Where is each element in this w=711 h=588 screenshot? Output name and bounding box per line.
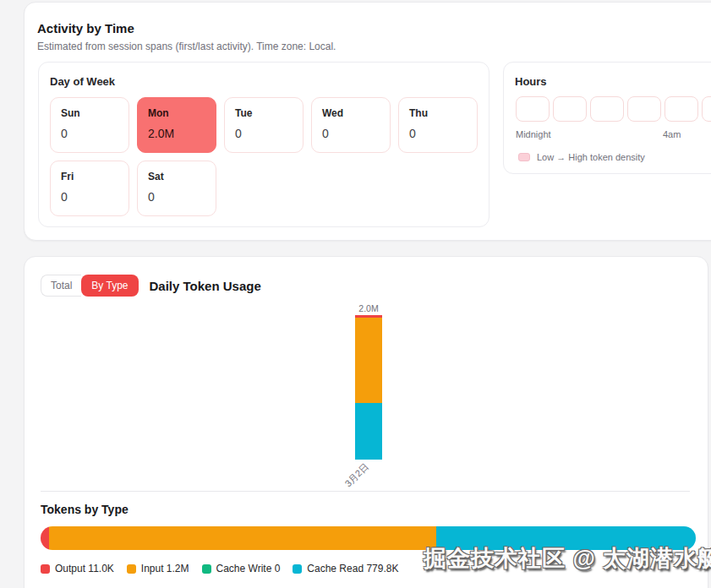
hour-cell [516,96,550,122]
day-label: Wed [322,107,380,119]
legend-label: Input 1.2M [141,563,189,574]
daily-token-usage-panel: Total By Type Daily Token Usage 2.0M 3月2… [24,256,708,588]
density-swatch [518,153,530,161]
hours-tick-4am: 4am [663,129,681,139]
day-label: Fri [61,171,118,182]
day-label: Sun [61,107,118,119]
day-of-week-card: Day of Week Sun 0 Mon 2.0M Tue 0 Wed 0 T… [38,62,489,227]
hours-tick-midnight: Midnight [516,129,551,139]
legend-item-cache-write: Cache Write 0 [202,563,281,574]
hour-cell [590,96,624,122]
stacked-bar-horizontal [41,526,696,550]
day-of-week-grid: Sun 0 Mon 2.0M Tue 0 Wed 0 Thu 0 Fri 0 [50,97,483,216]
day-cell-sun: Sun 0 [50,97,129,153]
hour-cell [702,96,711,122]
activity-by-time-panel: Activity by Time Estimated from session … [24,2,711,241]
tokens-by-type-title: Tokens by Type [41,503,129,516]
day-value: 0 [409,127,467,140]
legend-swatch-input [127,564,136,574]
x-axis-date-label: 3月2日 [342,460,372,490]
toggle-total-button[interactable]: Total [41,275,81,297]
bar-total-label: 2.0M [345,303,392,313]
stacked-bar-vertical [355,315,382,460]
density-legend: Low → High token density [518,152,645,162]
hours-title: Hours [515,75,547,88]
legend-item-output: Output 11.0K [41,563,114,574]
legend-swatch-cache-write [202,564,211,574]
day-value: 0 [148,190,205,204]
daily-token-usage-title: Daily Token Usage [150,279,261,293]
legend-item-cache-read: Cache Read 779.8K [293,563,398,574]
day-label: Mon [148,107,205,119]
legend-swatch-cache-read [293,564,302,574]
legend-swatch-output [41,564,50,574]
hour-cell [627,96,661,122]
bar-segment-input [49,526,436,550]
day-label: Sat [148,171,205,182]
day-value: 0 [61,190,118,204]
density-legend-label: Low → High token density [537,152,645,162]
activity-panel-subtitle: Estimated from session spans (first/last… [37,41,336,52]
day-value: 0 [322,127,380,140]
day-label: Thu [409,107,467,119]
day-of-week-title: Day of Week [50,75,115,88]
bar-segment-cache-read [436,526,696,550]
day-value: 2.0M [148,127,205,140]
bar-segment-input [355,318,382,403]
day-cell-sat: Sat 0 [137,161,216,216]
tokens-legend: Output 11.0K Input 1.2M Cache Write 0 Ca… [41,563,398,574]
hours-cell-row [516,96,711,122]
legend-label: Output 11.0K [55,563,114,574]
day-label: Tue [235,107,293,119]
hours-card: Hours Midnight 4am Low → High token dens… [503,62,711,174]
legend-label: Cache Read 779.8K [307,563,398,574]
bar-segment-cache-read [355,403,382,460]
hour-cell [553,96,587,122]
chart-mode-toggle: Total By Type [41,275,139,297]
day-cell-thu: Thu 0 [398,97,478,153]
day-cell-mon: Mon 2.0M [137,97,216,153]
day-value: 0 [235,127,293,140]
section-divider [41,491,690,492]
activity-panel-title: Activity by Time [37,21,134,35]
day-cell-tue: Tue 0 [224,97,304,153]
bar-segment-output [41,526,49,550]
toggle-by-type-button[interactable]: By Type [81,275,138,297]
day-value: 0 [61,127,118,140]
day-cell-wed: Wed 0 [311,97,391,153]
legend-item-input: Input 1.2M [127,563,189,574]
day-cell-fri: Fri 0 [50,161,129,216]
hour-cell [665,96,698,122]
usage-header: Total By Type Daily Token Usage [41,275,261,297]
legend-label: Cache Write 0 [216,563,281,574]
